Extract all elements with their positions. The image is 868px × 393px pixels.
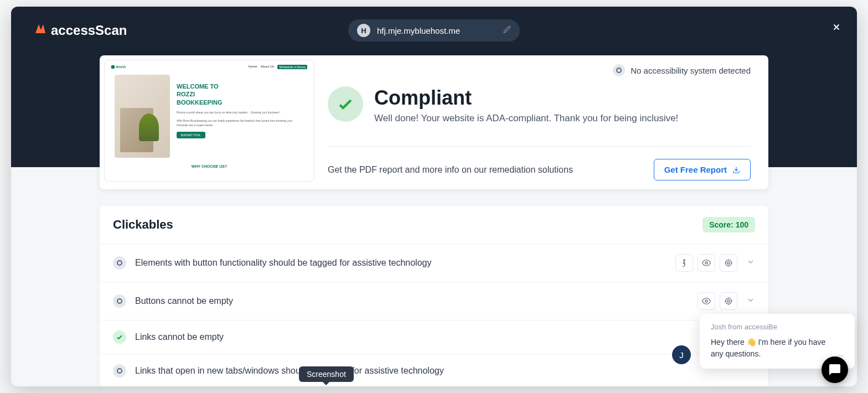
section-clickables: Clickables Score: 100 Elements with butt… [100,206,768,386]
app-name: accessScan [51,23,127,38]
rule-row[interactable]: Buttons cannot be empty [100,282,768,320]
chevron-down-icon[interactable] [746,296,755,307]
svg-point-1 [705,262,707,264]
wheelchair-icon-button[interactable] [675,254,693,272]
target-icon-button[interactable] [720,292,737,310]
preview-nav: Home About Us Schedule a Demo [249,65,307,69]
rule-actions [698,292,755,310]
score-badge: Score: 100 [702,217,755,232]
svg-point-4 [705,300,707,302]
detection-status: No accessibility system detected [328,64,751,76]
compliant-check-icon [328,86,363,122]
result-card: ROZZI Home About Us Schedule a Demo [100,55,768,189]
preview-footer: WHY CHOOSE US? [108,164,311,168]
url-text: hfj.mje.mybluehost.me [377,26,497,35]
svg-point-6 [727,300,730,302]
get-report-button[interactable]: Get Free Report [654,159,751,180]
screenshot-tooltip: Screenshot [299,366,354,382]
chat-fab-button[interactable] [822,356,848,383]
header: accessScan H hfj.mje.mybluehost.me [11,7,857,167]
svg-point-2 [726,260,732,266]
logo-icon [33,22,46,39]
url-bar[interactable]: H hfj.mje.mybluehost.me [348,19,520,42]
rule-text: Links cannot be empty [135,332,746,342]
close-button[interactable] [831,22,841,35]
preview-image [115,75,170,158]
chevron-down-icon[interactable] [746,257,755,268]
preview-title: WELCOME TO ROZZI BOOKKEEPING [177,82,304,106]
rule-text: Links that open in new tabs/windows shou… [135,366,746,376]
chat-avatar: J [672,345,691,364]
status-circle-icon [613,64,625,76]
url-badge: H [357,24,370,37]
neutral-status-icon [113,364,126,378]
app-logo: accessScan [33,22,127,39]
neutral-status-icon [113,256,126,270]
rule-row: Links that open in new tabs/windows shou… [100,354,768,386]
report-prompt: Get the PDF report and more info on our … [328,165,573,175]
chat-from: Josh from accessiBe [711,323,844,331]
section-title: Clickables [113,218,173,232]
preview-logo: ROZZI [111,65,126,69]
neutral-status-icon [113,294,126,308]
result-title: Compliant [374,86,678,110]
target-icon-button[interactable] [720,254,737,272]
eye-icon-button[interactable] [698,254,715,272]
svg-point-5 [726,298,732,304]
svg-point-3 [727,262,730,264]
rule-row[interactable]: Elements with button functionality shoul… [100,244,768,282]
rule-text: Buttons cannot be empty [135,296,689,306]
result-area: No accessibility system detected Complia… [328,60,764,185]
rule-actions [675,254,755,272]
rule-row: Links cannot be empty [100,320,768,354]
header-top: accessScan H hfj.mje.mybluehost.me [11,7,857,39]
check-icon [113,330,126,344]
site-preview: ROZZI Home About Us Schedule a Demo [104,60,314,182]
rule-text: Elements with button functionality shoul… [135,258,666,268]
result-subtitle: Well done! Your website is ADA-compliant… [374,113,678,124]
chat-message: Hey there 👋 I'm here if you have any que… [711,337,836,360]
eye-icon-button[interactable] [698,292,715,310]
edit-url-icon[interactable] [503,25,511,35]
detection-text: No accessibility system detected [631,66,751,75]
svg-point-0 [684,260,685,261]
